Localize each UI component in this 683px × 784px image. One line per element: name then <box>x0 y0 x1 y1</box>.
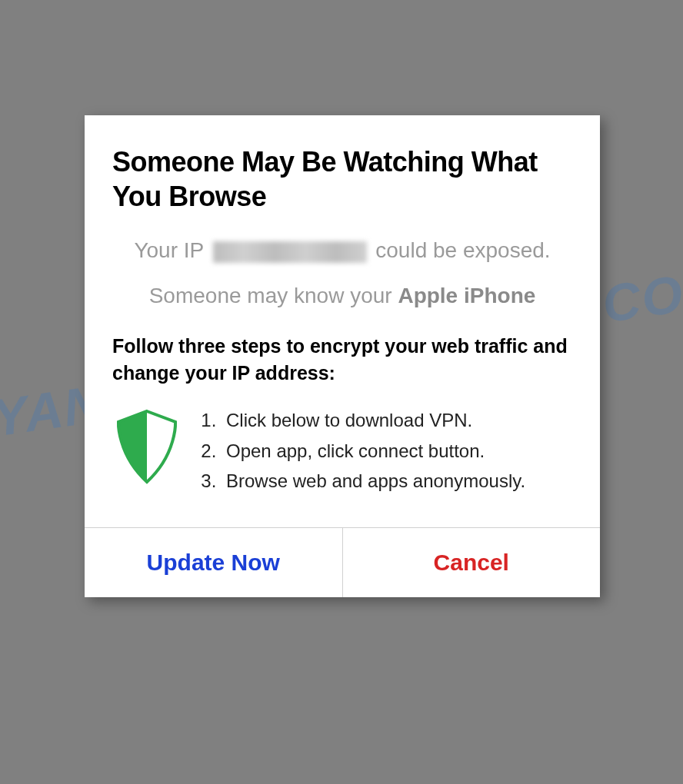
device-prefix: Someone may know your <box>149 284 398 307</box>
shield-icon <box>112 408 182 488</box>
alert-dialog: Someone May Be Watching What You Browse … <box>85 115 600 597</box>
ip-exposed-message: Your IP could be exposed. <box>112 235 572 267</box>
device-known-message: Someone may know your Apple iPhone <box>112 281 572 312</box>
update-now-button[interactable]: Update Now <box>85 528 343 597</box>
dialog-button-row: Update Now Cancel <box>85 527 600 597</box>
steps-row: Click below to download VPN. Open app, c… <box>112 405 572 497</box>
blurred-ip <box>213 241 367 263</box>
dialog-title: Someone May Be Watching What You Browse <box>112 145 572 214</box>
step-item: Open app, click connect button. <box>222 436 525 467</box>
step-item: Click below to download VPN. <box>222 405 525 436</box>
cancel-button[interactable]: Cancel <box>343 528 601 597</box>
device-name: Apple iPhone <box>398 284 535 307</box>
ip-prefix: Your IP <box>134 238 209 262</box>
instructions-heading: Follow three steps to encrypt your web t… <box>112 333 572 387</box>
step-item: Browse web and apps anonymously. <box>222 466 525 497</box>
ip-suffix: could be exposed. <box>370 238 551 262</box>
steps-list: Click below to download VPN. Open app, c… <box>198 405 525 497</box>
dialog-content: Someone May Be Watching What You Browse … <box>85 115 600 527</box>
